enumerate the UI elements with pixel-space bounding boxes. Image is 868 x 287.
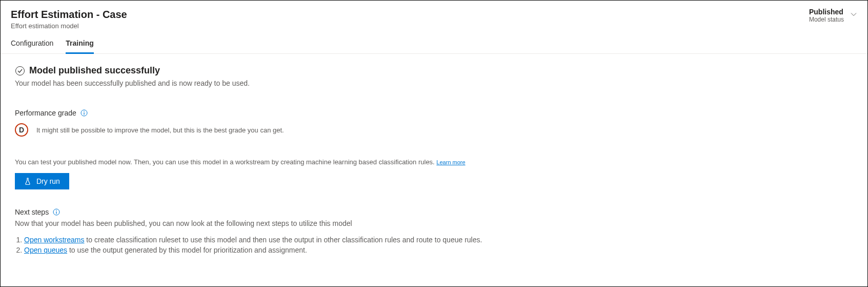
dry-run-button[interactable]: Dry run — [15, 173, 69, 189]
test-description-text: You can test your published model now. T… — [15, 158, 436, 166]
svg-rect-6 — [56, 212, 57, 214]
next-steps-heading: Next steps — [15, 208, 49, 216]
list-item: Open workstreams to create classificatio… — [24, 236, 853, 244]
header-right: Published Model status — [809, 8, 857, 23]
main-content: Model published successfully Your model … — [1, 54, 867, 267]
list-item: Open queues to use the output generated … — [24, 246, 853, 254]
info-icon[interactable] — [53, 208, 60, 216]
dry-run-label: Dry run — [36, 177, 60, 185]
tab-configuration[interactable]: Configuration — [11, 39, 53, 54]
performance-heading-row: Performance grade — [15, 109, 853, 117]
learn-more-link[interactable]: Learn more — [436, 159, 465, 165]
model-status-label: Model status — [809, 16, 844, 23]
open-workstreams-link[interactable]: Open workstreams — [24, 236, 84, 244]
performance-heading: Performance grade — [15, 109, 76, 117]
next-steps-description: Now that your model has been published, … — [15, 219, 853, 227]
success-heading-row: Model published successfully — [15, 65, 853, 76]
success-description: Your model has been successfully publish… — [15, 79, 853, 87]
step-suffix: to create classification ruleset to use … — [84, 236, 482, 244]
open-queues-link[interactable]: Open queues — [24, 246, 67, 254]
header-left: Effort Estimation - Case Effort estimati… — [11, 8, 127, 30]
grade-badge: D — [15, 123, 28, 137]
model-status-block: Published Model status — [809, 8, 844, 23]
info-icon[interactable] — [80, 109, 88, 117]
page-subtitle: Effort estimation model — [11, 22, 127, 30]
model-status-value: Published — [809, 8, 844, 16]
test-description: You can test your published model now. T… — [15, 158, 853, 166]
svg-point-5 — [56, 210, 57, 211]
tab-training[interactable]: Training — [66, 39, 93, 54]
flask-icon — [24, 178, 31, 185]
tab-bar: Configuration Training — [1, 30, 867, 54]
svg-rect-3 — [84, 112, 84, 115]
chevron-down-icon[interactable] — [850, 11, 857, 18]
next-steps-list: Open workstreams to create classificatio… — [15, 236, 853, 254]
step-suffix: to use the output generated by this mode… — [67, 246, 307, 254]
success-heading: Model published successfully — [29, 65, 160, 76]
grade-row: D It might still be possible to improve … — [15, 123, 853, 137]
svg-point-2 — [84, 111, 85, 112]
svg-point-0 — [16, 66, 25, 75]
page-header: Effort Estimation - Case Effort estimati… — [1, 1, 867, 30]
next-steps-heading-row: Next steps — [15, 208, 853, 216]
checkmark-circle-icon — [15, 66, 25, 76]
grade-description: It might still be possible to improve th… — [36, 126, 284, 134]
page-title: Effort Estimation - Case — [11, 8, 127, 21]
